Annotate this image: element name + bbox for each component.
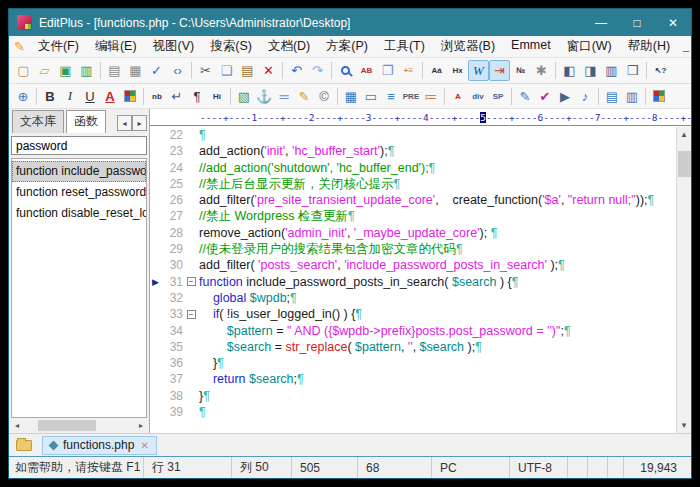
menu-project[interactable]: 方案(P) <box>318 37 376 56</box>
function-list-item[interactable]: function reset_password_ <box>12 182 146 203</box>
form-fields-button[interactable]: ▤ <box>602 86 622 107</box>
toggle-marker-button[interactable]: +≡ <box>398 60 419 81</box>
preferences-button[interactable]: ✱ <box>531 60 552 81</box>
color-picker-button[interactable] <box>120 86 140 107</box>
menu-emmet[interactable]: Emmet <box>503 37 559 56</box>
anchor-name-button[interactable]: A <box>448 86 468 107</box>
menu-document[interactable]: 文档(D) <box>260 37 318 56</box>
open-folder-button[interactable]: ▱ <box>34 60 55 81</box>
menu-help[interactable]: 帮助(H) <box>620 37 678 56</box>
bold-button[interactable]: B <box>40 86 60 107</box>
fold-gutter <box>183 371 199 387</box>
menu-window[interactable]: 窗口(W) <box>559 37 620 56</box>
edit-html-button[interactable]: ✎ <box>294 86 314 107</box>
sidebar-toggle-button[interactable]: ◧ <box>559 60 580 81</box>
sidebar-horizontal-scrollbar[interactable]: ◂ ▸ <box>9 418 149 433</box>
web-colors-button[interactable] <box>649 86 669 107</box>
status-cell <box>607 457 623 478</box>
print-button[interactable]: ▦ <box>125 60 146 81</box>
context-help-button[interactable]: ↖? <box>650 60 671 81</box>
insert-image-button[interactable]: ▧ <box>234 86 254 107</box>
scrollbar-thumb[interactable] <box>678 151 691 177</box>
menu-view[interactable]: 视图(V) <box>145 37 203 56</box>
insert-movie-button[interactable]: ▶ <box>555 86 575 107</box>
save-button[interactable]: ▣ <box>55 60 76 81</box>
span-tag-button[interactable]: SP <box>488 86 508 107</box>
spell-check-button[interactable]: ✓ <box>146 60 167 81</box>
copy-button[interactable]: ❏ <box>216 60 237 81</box>
tab-close-icon[interactable]: ✕ <box>140 440 148 451</box>
align-button[interactable]: ≡ <box>381 86 401 107</box>
sidebar-tab-scroll-right-button[interactable]: ▸ <box>132 115 147 131</box>
function-list-item[interactable]: function include_passwo <box>12 161 146 182</box>
table-cell-button[interactable]: ▭ <box>361 86 381 107</box>
object-tag-button[interactable]: ▥ <box>622 86 642 107</box>
copyright-button[interactable]: © <box>314 86 334 107</box>
browser-preview-button[interactable]: ⊕ <box>13 86 33 107</box>
italic-button[interactable]: I <box>60 86 80 107</box>
cut-button[interactable]: ✂ <box>195 60 216 81</box>
save-all-button[interactable]: ▥ <box>76 60 97 81</box>
close-button[interactable]: ✕ <box>655 9 691 36</box>
anchor-button[interactable]: ⚓ <box>254 86 274 107</box>
editor-vertical-scrollbar[interactable]: ▴ ▾ <box>676 127 691 433</box>
function-list-item[interactable]: function disable_reset_lo <box>12 203 146 224</box>
window-toggle-button[interactable]: ❒ <box>622 60 643 81</box>
auto-indent-button[interactable]: ⇥ <box>489 60 510 81</box>
undo-button[interactable]: ↶ <box>286 60 307 81</box>
line-numbers-button[interactable]: № <box>510 60 531 81</box>
list-tag-button[interactable]: ≔ <box>421 86 441 107</box>
find-button[interactable] <box>335 60 356 81</box>
hex-viewer-button[interactable]: Hx <box>447 60 468 81</box>
mdi-minimize-button[interactable]: _ <box>678 40 694 53</box>
find-in-files-button[interactable]: ❐ <box>377 60 398 81</box>
line-break-button[interactable]: ↵ <box>167 86 187 107</box>
menu-browser[interactable]: 浏览器(B) <box>433 37 503 56</box>
sidebar-tab-cliptext[interactable]: 文本库 <box>12 110 64 133</box>
delete-button[interactable]: ✕ <box>258 60 279 81</box>
scroll-up-icon[interactable]: ▴ <box>677 127 691 142</box>
function-filter-input[interactable] <box>11 136 147 155</box>
menu-file[interactable]: 文件(F) <box>30 37 87 56</box>
document-selector-button[interactable]: ▥ <box>601 60 622 81</box>
menu-edit[interactable]: 编辑(E) <box>87 37 145 56</box>
cliptext-toggle-button[interactable]: ◨ <box>580 60 601 81</box>
div-tag-button[interactable]: div <box>468 86 488 107</box>
scroll-down-icon[interactable]: ▾ <box>677 418 691 433</box>
menu-search[interactable]: 搜索(S) <box>202 37 260 56</box>
underline-button[interactable]: U <box>80 86 100 107</box>
html-source-button[interactable]: ‹› <box>167 60 188 81</box>
font-color-button[interactable]: A <box>100 86 120 107</box>
print-preview-button[interactable]: ▤ <box>104 60 125 81</box>
paste-button[interactable]: ▤ <box>237 60 258 81</box>
scroll-left-icon[interactable]: ◂ <box>10 421 24 430</box>
document-tab-functions-php[interactable]: functions.php ✕ <box>42 436 157 455</box>
minimize-button[interactable]: — <box>583 9 619 36</box>
horizontal-rule-button[interactable]: ═ <box>274 86 294 107</box>
set-font-button[interactable]: Aá <box>426 60 447 81</box>
heading-button[interactable]: Hí <box>207 86 227 107</box>
edit-script-button[interactable]: ✎ <box>515 86 535 107</box>
code-view[interactable]: 22¶23add_action('init', 'hc_buffer_start… <box>150 126 691 433</box>
insert-music-button[interactable]: ♪ <box>575 86 595 107</box>
new-file-button[interactable]: ▢ <box>13 60 34 81</box>
fold-toggle-icon[interactable]: − <box>187 277 196 286</box>
scroll-right-icon[interactable]: ▸ <box>134 421 148 430</box>
editor-area[interactable]: ----+----1----+----2----+----3----+----4… <box>150 109 691 433</box>
scrollbar-thumb[interactable] <box>38 420 96 431</box>
check-style-button[interactable]: ✔ <box>535 86 555 107</box>
pre-tag-button[interactable]: PRE <box>401 86 421 107</box>
menu-tools[interactable]: 工具(T) <box>376 37 433 56</box>
maximize-button[interactable]: □ <box>619 9 655 36</box>
fold-toggle-icon[interactable]: − <box>187 310 196 319</box>
sidebar-tab-functions[interactable]: 函数 <box>66 110 106 133</box>
table-button[interactable]: ▦ <box>341 86 361 107</box>
paragraph-button[interactable]: ¶ <box>187 86 207 107</box>
redo-button[interactable]: ↷ <box>307 60 328 81</box>
paragraph-icon: ¶ <box>194 89 201 104</box>
toolbar-separator <box>646 62 647 79</box>
replace-button[interactable]: AB <box>356 60 377 81</box>
sidebar-tab-scroll-left-button[interactable]: ◂ <box>117 115 132 131</box>
word-wrap-button[interactable]: W <box>468 60 489 81</box>
non-breaking-space-button[interactable]: nb <box>147 86 167 107</box>
